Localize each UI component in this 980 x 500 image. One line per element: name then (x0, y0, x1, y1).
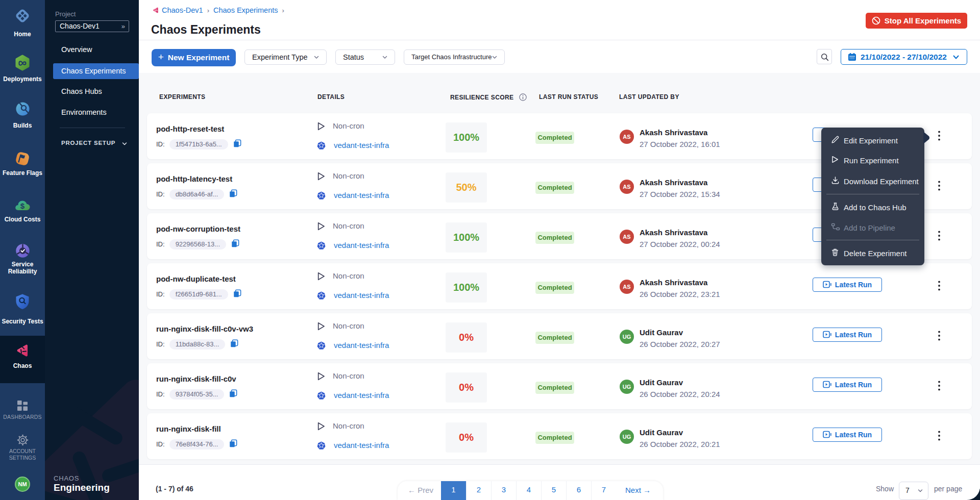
svg-text:$: $ (20, 202, 25, 210)
